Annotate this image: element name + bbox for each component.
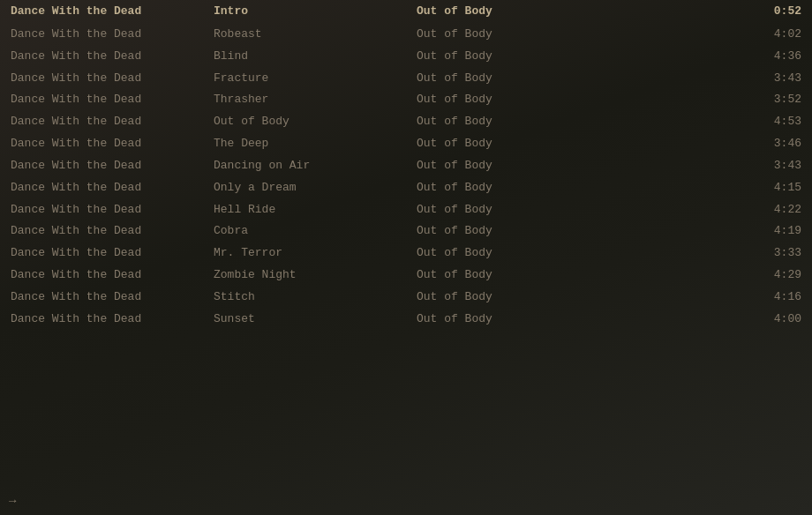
track-title: Blind: [214, 49, 417, 65]
track-artist: Dance With the Dead: [11, 311, 214, 328]
track-artist: Dance With the Dead: [11, 180, 214, 197]
track-duration: 4:15: [646, 180, 801, 197]
track-title: Sunset: [214, 311, 417, 328]
table-row[interactable]: Dance With the DeadThrasherOut of Body3:…: [0, 89, 812, 111]
track-duration: 4:53: [646, 114, 801, 131]
track-duration: 4:22: [646, 202, 801, 219]
table-row[interactable]: Dance With the DeadOut of BodyOut of Bod…: [0, 111, 812, 133]
track-title: Mr. Terror: [214, 245, 417, 262]
track-duration: 3:43: [646, 71, 801, 87]
table-row[interactable]: Dance With the DeadSunsetOut of Body4:00: [0, 309, 812, 331]
table-row[interactable]: Dance With the DeadStitchOut of Body4:16: [0, 287, 812, 309]
track-title: Hell Ride: [214, 202, 417, 219]
track-artist: Dance With the Dead: [11, 202, 214, 219]
track-artist: Dance With the Dead: [11, 92, 214, 108]
table-row[interactable]: Dance With the DeadFractureOut of Body3:…: [0, 68, 812, 90]
table-row[interactable]: Dance With the DeadMr. TerrorOut of Body…: [0, 243, 812, 265]
track-album: Out of Body: [417, 92, 646, 108]
track-list: Dance With the Dead Intro Out of Body 0:…: [0, 0, 812, 331]
track-title: Out of Body: [214, 114, 417, 131]
track-title: Dancing on Air: [214, 158, 417, 175]
track-list-header: Dance With the Dead Intro Out of Body 0:…: [0, 0, 812, 24]
header-artist: Dance With the Dead: [11, 4, 214, 20]
table-row[interactable]: Dance With the DeadRobeastOut of Body4:0…: [0, 24, 812, 46]
table-row[interactable]: Dance With the DeadCobraOut of Body4:19: [0, 220, 812, 243]
track-duration: 4:19: [646, 223, 801, 240]
track-duration: 3:52: [646, 92, 801, 108]
track-artist: Dance With the Dead: [11, 267, 214, 284]
track-artist: Dance With the Dead: [11, 289, 214, 306]
track-artist: Dance With the Dead: [11, 158, 214, 175]
track-duration: 4:29: [646, 267, 801, 284]
track-album: Out of Body: [417, 223, 646, 240]
track-album: Out of Body: [417, 202, 646, 219]
track-album: Out of Body: [417, 180, 646, 197]
table-row[interactable]: Dance With the DeadOnly a DreamOut of Bo…: [0, 177, 812, 199]
track-title: The Deep: [214, 136, 417, 153]
table-row[interactable]: Dance With the DeadHell RideOut of Body4…: [0, 199, 812, 221]
track-artist: Dance With the Dead: [11, 49, 214, 65]
track-duration: 4:00: [646, 311, 801, 328]
track-artist: Dance With the Dead: [11, 223, 214, 240]
track-duration: 4:02: [646, 26, 801, 43]
track-album: Out of Body: [417, 136, 646, 153]
track-album: Out of Body: [417, 158, 646, 175]
track-title: Only a Dream: [214, 180, 417, 197]
table-row[interactable]: Dance With the DeadThe DeepOut of Body3:…: [0, 133, 812, 155]
track-title: Zombie Night: [214, 267, 417, 284]
table-row[interactable]: Dance With the DeadDancing on AirOut of …: [0, 155, 812, 177]
track-album: Out of Body: [417, 26, 646, 43]
track-album: Out of Body: [417, 49, 646, 65]
track-artist: Dance With the Dead: [11, 71, 214, 87]
track-title: Stitch: [214, 289, 417, 306]
track-duration: 3:43: [646, 158, 801, 175]
track-artist: Dance With the Dead: [11, 136, 214, 153]
track-title: Thrasher: [214, 92, 417, 108]
track-album: Out of Body: [417, 114, 646, 131]
track-album: Out of Body: [417, 311, 646, 328]
track-artist: Dance With the Dead: [11, 245, 214, 262]
track-artist: Dance With the Dead: [11, 114, 214, 131]
track-duration: 4:16: [646, 289, 801, 306]
track-title: Robeast: [214, 26, 417, 43]
track-duration: 4:36: [646, 49, 801, 65]
track-title: Fracture: [214, 71, 417, 87]
track-album: Out of Body: [417, 267, 646, 284]
track-album: Out of Body: [417, 245, 646, 262]
header-duration: 0:52: [646, 4, 801, 20]
track-album: Out of Body: [417, 289, 646, 306]
header-album: Out of Body: [417, 4, 646, 20]
table-row[interactable]: Dance With the DeadZombie NightOut of Bo…: [0, 265, 812, 287]
arrow-indicator: →: [9, 494, 16, 508]
track-album: Out of Body: [417, 71, 646, 87]
track-title: Cobra: [214, 223, 417, 240]
track-artist: Dance With the Dead: [11, 26, 214, 43]
track-duration: 3:33: [646, 245, 801, 262]
track-duration: 3:46: [646, 136, 801, 153]
table-row[interactable]: Dance With the DeadBlindOut of Body4:36: [0, 46, 812, 68]
header-title: Intro: [214, 4, 417, 20]
